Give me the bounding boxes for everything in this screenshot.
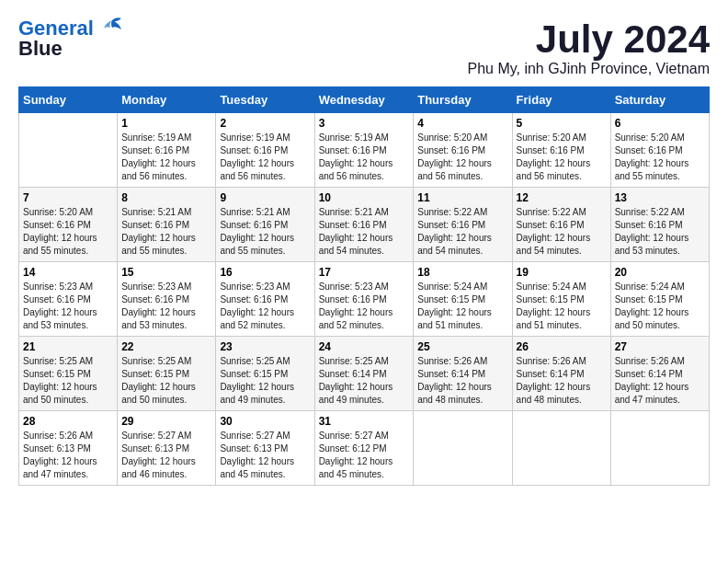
day-info: Sunrise: 5:24 AM Sunset: 6:15 PM Dayligh… (615, 281, 705, 332)
day-info: Sunrise: 5:27 AM Sunset: 6:13 PM Dayligh… (220, 430, 310, 481)
calendar-cell (414, 411, 512, 486)
day-info: Sunrise: 5:25 AM Sunset: 6:14 PM Dayligh… (319, 355, 410, 407)
day-info: Sunrise: 5:26 AM Sunset: 6:13 PM Dayligh… (23, 430, 113, 481)
calendar-week-row: 1Sunrise: 5:19 AM Sunset: 6:16 PM Daylig… (19, 113, 710, 188)
day-info: Sunrise: 5:19 AM Sunset: 6:16 PM Dayligh… (319, 132, 410, 183)
day-number: 3 (319, 117, 410, 130)
weekday-header: Saturday (610, 87, 709, 113)
calendar-cell: 8Sunrise: 5:21 AM Sunset: 6:16 PM Daylig… (118, 188, 216, 262)
day-info: Sunrise: 5:25 AM Sunset: 6:15 PM Dayligh… (121, 355, 211, 407)
calendar-cell: 15Sunrise: 5:23 AM Sunset: 6:16 PM Dayli… (118, 262, 216, 337)
logo-blue: Blue (18, 37, 63, 60)
day-info: Sunrise: 5:22 AM Sunset: 6:16 PM Dayligh… (517, 206, 607, 258)
calendar-cell: 11Sunrise: 5:22 AM Sunset: 6:16 PM Dayli… (414, 188, 512, 262)
day-number: 18 (417, 266, 507, 279)
calendar-cell: 4Sunrise: 5:20 AM Sunset: 6:16 PM Daylig… (414, 113, 512, 188)
calendar-cell: 16Sunrise: 5:23 AM Sunset: 6:16 PM Dayli… (216, 262, 314, 337)
weekday-header: Tuesday (216, 87, 314, 113)
day-number: 31 (319, 415, 410, 428)
calendar-cell: 25Sunrise: 5:26 AM Sunset: 6:14 PM Dayli… (414, 337, 512, 411)
day-info: Sunrise: 5:19 AM Sunset: 6:16 PM Dayligh… (121, 132, 211, 183)
day-info: Sunrise: 5:23 AM Sunset: 6:16 PM Dayligh… (121, 281, 211, 332)
calendar-cell: 12Sunrise: 5:22 AM Sunset: 6:16 PM Dayli… (512, 188, 610, 262)
day-info: Sunrise: 5:21 AM Sunset: 6:16 PM Dayligh… (121, 206, 211, 258)
day-info: Sunrise: 5:25 AM Sunset: 6:15 PM Dayligh… (23, 355, 113, 407)
weekday-header: Sunday (19, 87, 118, 113)
calendar-cell: 17Sunrise: 5:23 AM Sunset: 6:16 PM Dayli… (314, 262, 414, 337)
calendar-week-row: 7Sunrise: 5:20 AM Sunset: 6:16 PM Daylig… (19, 188, 710, 262)
logo-bird-icon (96, 17, 123, 42)
day-number: 24 (319, 340, 410, 353)
calendar-cell: 19Sunrise: 5:24 AM Sunset: 6:15 PM Dayli… (512, 262, 610, 337)
day-number: 15 (121, 266, 211, 279)
calendar-cell: 30Sunrise: 5:27 AM Sunset: 6:13 PM Dayli… (216, 411, 314, 486)
day-number: 1 (121, 117, 211, 130)
day-number: 13 (615, 191, 705, 204)
day-number: 29 (121, 415, 211, 428)
calendar-cell (19, 113, 118, 188)
day-info: Sunrise: 5:21 AM Sunset: 6:16 PM Dayligh… (319, 206, 410, 258)
day-info: Sunrise: 5:27 AM Sunset: 6:13 PM Dayligh… (121, 430, 211, 481)
calendar-cell: 2Sunrise: 5:19 AM Sunset: 6:16 PM Daylig… (216, 113, 314, 188)
calendar-cell: 29Sunrise: 5:27 AM Sunset: 6:13 PM Dayli… (118, 411, 216, 486)
day-number: 10 (319, 191, 410, 204)
calendar-cell: 24Sunrise: 5:25 AM Sunset: 6:14 PM Dayli… (314, 337, 414, 411)
day-number: 27 (615, 340, 705, 353)
day-number: 14 (23, 266, 113, 279)
day-info: Sunrise: 5:21 AM Sunset: 6:16 PM Dayligh… (220, 206, 310, 258)
weekday-header: Wednesday (314, 87, 414, 113)
day-number: 2 (220, 117, 310, 130)
day-number: 12 (517, 191, 607, 204)
title-block: July 2024 Phu My, inh GJinh Province, Vi… (467, 18, 710, 77)
calendar-cell: 13Sunrise: 5:22 AM Sunset: 6:16 PM Dayli… (610, 188, 709, 262)
day-number: 19 (517, 266, 607, 279)
calendar-cell: 9Sunrise: 5:21 AM Sunset: 6:16 PM Daylig… (216, 188, 314, 262)
day-info: Sunrise: 5:22 AM Sunset: 6:16 PM Dayligh… (417, 206, 507, 258)
calendar-cell: 1Sunrise: 5:19 AM Sunset: 6:16 PM Daylig… (118, 113, 216, 188)
calendar-cell: 27Sunrise: 5:26 AM Sunset: 6:14 PM Dayli… (610, 337, 709, 411)
day-number: 21 (23, 340, 113, 353)
day-number: 7 (23, 191, 113, 204)
calendar-cell: 31Sunrise: 5:27 AM Sunset: 6:12 PM Dayli… (314, 411, 414, 486)
day-info: Sunrise: 5:20 AM Sunset: 6:16 PM Dayligh… (23, 206, 113, 258)
day-info: Sunrise: 5:27 AM Sunset: 6:12 PM Dayligh… (319, 430, 410, 481)
day-number: 23 (220, 340, 310, 353)
day-info: Sunrise: 5:19 AM Sunset: 6:16 PM Dayligh… (220, 132, 310, 183)
calendar-cell: 28Sunrise: 5:26 AM Sunset: 6:13 PM Dayli… (19, 411, 118, 486)
day-info: Sunrise: 5:26 AM Sunset: 6:14 PM Dayligh… (417, 355, 507, 407)
day-info: Sunrise: 5:23 AM Sunset: 6:16 PM Dayligh… (23, 281, 113, 332)
day-number: 26 (517, 340, 607, 353)
day-info: Sunrise: 5:20 AM Sunset: 6:16 PM Dayligh… (417, 132, 507, 183)
day-number: 17 (319, 266, 410, 279)
day-number: 16 (220, 266, 310, 279)
logo: General Blue (18, 18, 123, 59)
day-number: 30 (220, 415, 310, 428)
calendar-week-row: 28Sunrise: 5:26 AM Sunset: 6:13 PM Dayli… (19, 411, 710, 486)
day-number: 11 (417, 191, 507, 204)
month-year-title: July 2024 (467, 18, 710, 61)
day-info: Sunrise: 5:25 AM Sunset: 6:15 PM Dayligh… (220, 355, 310, 407)
logo-text: General Blue (18, 18, 94, 59)
location-subtitle: Phu My, inh GJinh Province, Vietnam (467, 61, 710, 77)
calendar-cell: 7Sunrise: 5:20 AM Sunset: 6:16 PM Daylig… (19, 188, 118, 262)
calendar-week-row: 21Sunrise: 5:25 AM Sunset: 6:15 PM Dayli… (19, 337, 710, 411)
calendar-cell: 20Sunrise: 5:24 AM Sunset: 6:15 PM Dayli… (610, 262, 709, 337)
day-number: 6 (615, 117, 705, 130)
calendar-cell: 18Sunrise: 5:24 AM Sunset: 6:15 PM Dayli… (414, 262, 512, 337)
calendar-cell (512, 411, 610, 486)
calendar-cell: 14Sunrise: 5:23 AM Sunset: 6:16 PM Dayli… (19, 262, 118, 337)
calendar-cell: 5Sunrise: 5:20 AM Sunset: 6:16 PM Daylig… (512, 113, 610, 188)
calendar-cell (610, 411, 709, 486)
calendar-cell: 6Sunrise: 5:20 AM Sunset: 6:16 PM Daylig… (610, 113, 709, 188)
day-info: Sunrise: 5:24 AM Sunset: 6:15 PM Dayligh… (517, 281, 607, 332)
calendar-cell: 10Sunrise: 5:21 AM Sunset: 6:16 PM Dayli… (314, 188, 414, 262)
calendar-cell: 26Sunrise: 5:26 AM Sunset: 6:14 PM Dayli… (512, 337, 610, 411)
day-info: Sunrise: 5:22 AM Sunset: 6:16 PM Dayligh… (615, 206, 705, 258)
day-info: Sunrise: 5:24 AM Sunset: 6:15 PM Dayligh… (417, 281, 507, 332)
page-header: General Blue July 2024 Phu My, inh GJinh… (18, 18, 710, 77)
calendar-cell: 21Sunrise: 5:25 AM Sunset: 6:15 PM Dayli… (19, 337, 118, 411)
day-number: 22 (121, 340, 211, 353)
calendar-cell: 23Sunrise: 5:25 AM Sunset: 6:15 PM Dayli… (216, 337, 314, 411)
day-info: Sunrise: 5:23 AM Sunset: 6:16 PM Dayligh… (319, 281, 410, 332)
weekday-header: Friday (512, 87, 610, 113)
